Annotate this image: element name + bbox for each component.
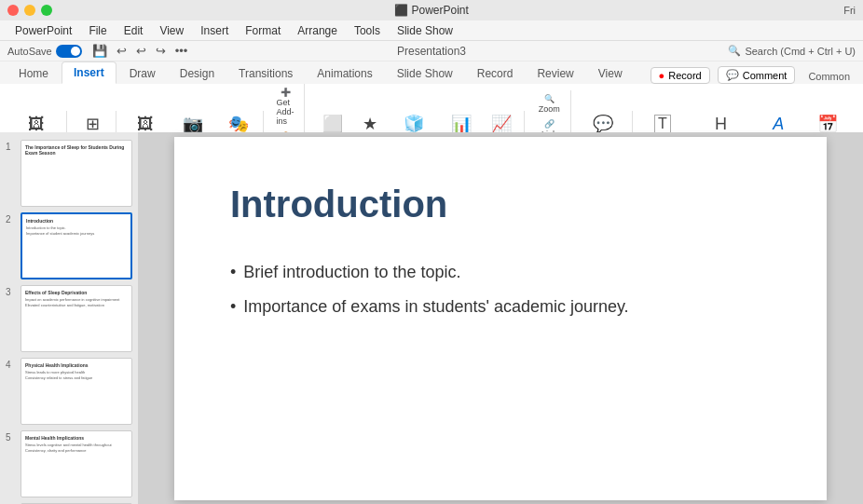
icons-icon: ★ xyxy=(363,116,377,132)
slide-2-bullet-1: Introduction to the topic. xyxy=(26,225,127,230)
slide-canvas[interactable]: Introduction • Brief introduction to the… xyxy=(174,137,827,500)
slide-num-4: 4 xyxy=(6,358,17,370)
menu-slideshow[interactable]: Slide Show xyxy=(390,22,460,39)
menu-edit[interactable]: Edit xyxy=(116,22,151,39)
record-dot-icon: ● xyxy=(659,70,665,81)
wordart-icon: A xyxy=(773,116,784,132)
datetime-icon: 📅 xyxy=(817,116,838,132)
header-footer-icon: H xyxy=(715,116,727,132)
slide-thumb-1[interactable]: 1 The Importance of Sleep for Students D… xyxy=(6,140,132,207)
slide-5-bullet-2: Consistency, clarity and performance xyxy=(25,448,128,453)
slide-bullet-2-text: Importance of exams in students' academi… xyxy=(243,297,628,317)
bullet-dot-2: • xyxy=(230,297,236,317)
autosave-toggle[interactable]: AutoSave xyxy=(7,45,82,58)
slide-1-title: The Importance of Sleep for Students Dur… xyxy=(25,144,128,156)
undo-redo-icons: 💾 ↩ ↩ ↪ ••• xyxy=(89,43,191,59)
menu-powerpoint[interactable]: PowerPoint xyxy=(7,22,79,39)
slide-3-bullet-1: Impact on academic performance in cognit… xyxy=(25,297,128,302)
common-badge: Common xyxy=(802,69,856,84)
bullet-dot-1: • xyxy=(230,263,236,282)
tab-slideshow[interactable]: Slide Show xyxy=(386,63,464,84)
slide-thumb-5[interactable]: 5 Mental Health Implications Stress leve… xyxy=(6,430,132,497)
pictures-icon: 🖼 xyxy=(137,116,154,132)
record-button[interactable]: ● Record xyxy=(651,67,710,84)
toolbar-top-row: AutoSave 💾 ↩ ↩ ↪ ••• Presentation3 🔍 Sea… xyxy=(0,41,863,61)
autosave-label: AutoSave xyxy=(7,46,52,57)
menu-format[interactable]: Format xyxy=(238,22,288,39)
search-label: Search (Cmd + Ctrl + U) xyxy=(745,46,856,57)
link-icon: 🔗 xyxy=(544,119,555,129)
table-icon: ⊞ xyxy=(86,116,100,132)
new-slide-icon: 🖼 xyxy=(28,116,45,132)
slide-bullet-1: • Brief introduction to the topic. xyxy=(230,263,771,282)
slide-preview-4[interactable]: Physical Health Implications Stress lead… xyxy=(21,358,132,425)
slide-4-title: Physical Health Implications xyxy=(25,362,128,368)
tab-home[interactable]: Home xyxy=(7,63,60,84)
slide-2-title: Introduction xyxy=(26,218,127,224)
autosave-thumb xyxy=(71,47,80,56)
maximize-button[interactable] xyxy=(41,5,52,16)
undo2-icon[interactable]: ↩ xyxy=(133,43,149,59)
comment-bubble-icon: 💬 xyxy=(726,69,739,81)
autosave-track[interactable] xyxy=(56,45,82,58)
slides-panel: 1 The Importance of Sleep for Students D… xyxy=(0,132,138,504)
title-bar: ⬛ PowerPoint Fri xyxy=(0,0,863,20)
traffic-lights[interactable] xyxy=(7,5,52,16)
shapes-icon: ⬜ xyxy=(322,116,343,132)
more-icon[interactable]: ••• xyxy=(172,43,191,59)
smartart-icon: 📊 xyxy=(451,116,472,132)
screenshot-icon: 📷 xyxy=(183,116,203,132)
zoom-icon: 🔍 xyxy=(544,94,555,103)
slide-3-bullet-2: Elevated counterintuitive and fatigue, m… xyxy=(25,303,128,307)
slide-preview-1[interactable]: The Importance of Sleep for Students Dur… xyxy=(21,140,132,207)
menu-arrange[interactable]: Arrange xyxy=(290,22,345,39)
minimize-button[interactable] xyxy=(24,5,35,16)
slide-num-2: 2 xyxy=(6,212,17,225)
tab-draw[interactable]: Draw xyxy=(118,63,167,84)
tab-animations[interactable]: Animations xyxy=(306,63,383,84)
canvas-area: Introduction • Brief introduction to the… xyxy=(138,132,863,504)
zoom-button[interactable]: 🔍 Zoom xyxy=(535,92,564,116)
comment-button[interactable]: 💬 Comment xyxy=(718,66,796,84)
slide-preview-5[interactable]: Mental Health Implications Stress levels… xyxy=(21,430,132,497)
menu-file[interactable]: File xyxy=(81,22,114,39)
slide-num-1: 1 xyxy=(6,140,17,152)
3d-models-icon: 🧊 xyxy=(404,116,424,132)
slide-5-bullet-1: Stress levels cognitive and mental healt… xyxy=(25,443,128,447)
tab-transitions[interactable]: Transitions xyxy=(227,63,304,84)
toolbar-tabs: Home Insert Draw Design Transitions Anim… xyxy=(0,61,863,84)
app-name: ⬛ PowerPoint xyxy=(394,4,469,17)
toolbar: Home Insert Draw Design Transitions Anim… xyxy=(0,61,863,132)
menu-bar: PowerPoint File Edit View Insert Format … xyxy=(0,20,863,41)
redo-icon[interactable]: ↪ xyxy=(153,43,169,59)
tab-record[interactable]: Record xyxy=(466,63,525,84)
tab-design[interactable]: Design xyxy=(169,63,226,84)
slide-preview-2[interactable]: Introduction Introduction to the topic. … xyxy=(21,212,132,279)
search-icon: 🔍 xyxy=(728,45,741,57)
slide-bullet-2: • Importance of exams in students' acade… xyxy=(230,297,771,317)
undo-icon[interactable]: ↩ xyxy=(114,43,130,59)
slide-thumb-3[interactable]: 3 Effects of Sleep Deprivation Impact on… xyxy=(6,285,132,352)
tab-view[interactable]: View xyxy=(587,63,634,84)
slide-num-3: 3 xyxy=(6,285,17,297)
save-icon[interactable]: 💾 xyxy=(89,43,110,59)
fri-label: Fri xyxy=(843,5,856,16)
menu-view[interactable]: View xyxy=(152,22,191,39)
chart-icon: 📈 xyxy=(491,116,512,132)
get-addins-button[interactable]: ➕ Get Add-ins xyxy=(273,86,298,128)
close-button[interactable] xyxy=(7,5,19,16)
slide-thumb-2[interactable]: 2 Introduction Introduction to the topic… xyxy=(6,212,132,279)
slide-thumb-4[interactable]: 4 Physical Health Implications Stress le… xyxy=(6,358,132,425)
get-addins-icon: ➕ xyxy=(281,88,291,97)
search-bar[interactable]: 🔍 Search (Cmd + Ctrl + U) xyxy=(728,45,856,57)
tab-review[interactable]: Review xyxy=(526,63,584,84)
menu-tools[interactable]: Tools xyxy=(347,22,388,39)
menu-insert[interactable]: Insert xyxy=(193,22,236,39)
slide-bullet-1-text: Brief introduction to the topic. xyxy=(243,263,460,282)
slide-preview-3[interactable]: Effects of Sleep Deprivation Impact on a… xyxy=(21,285,132,352)
slide-3-title: Effects of Sleep Deprivation xyxy=(25,290,128,295)
doc-title: Presentation3 xyxy=(397,45,466,58)
slide-4-bullet-1: Stress leads to more physical health xyxy=(25,370,128,375)
slide-title: Introduction xyxy=(230,184,771,225)
tab-insert[interactable]: Insert xyxy=(62,61,116,84)
